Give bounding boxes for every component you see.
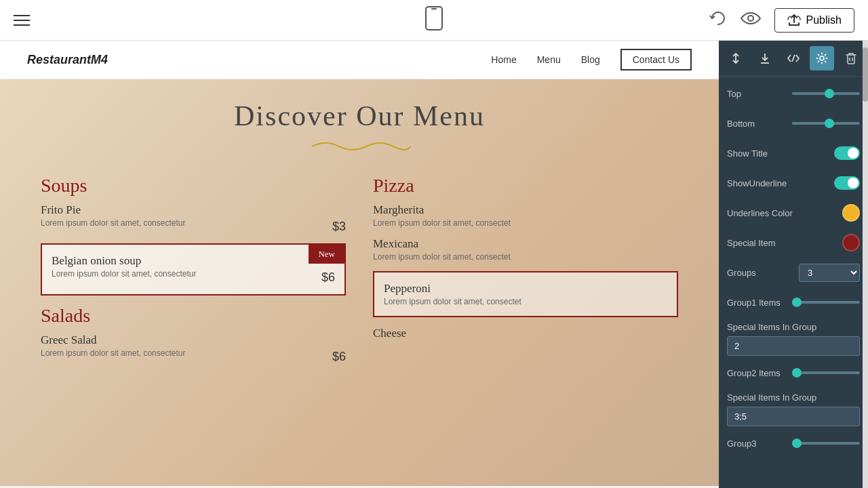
menu-item: Frito Pie Lorem ipsum dolor sit amet, co… — [41, 203, 346, 234]
show-underline-toggle[interactable] — [834, 176, 860, 190]
group2-slider[interactable] — [792, 371, 860, 374]
menu-divider — [41, 136, 678, 161]
code-icon[interactable] — [781, 46, 806, 70]
nav-home[interactable]: Home — [491, 54, 516, 65]
menu-item: Cheese — [373, 327, 678, 340]
move-icon[interactable] — [724, 46, 748, 70]
bottom-slider[interactable] — [792, 122, 860, 125]
special-item-color-dot[interactable] — [842, 234, 860, 251]
panel-row-groups: Groups 3 1 2 4 5 — [727, 262, 860, 283]
item-desc: Lorem ipsum dolor sit amet, consectet — [384, 297, 667, 306]
item-name: Margherita — [373, 203, 678, 217]
group3-label: Group3 — [727, 439, 792, 449]
show-underline-control — [834, 176, 860, 190]
show-title-control — [834, 146, 860, 160]
show-title-toggle[interactable] — [834, 146, 860, 160]
item-desc: Lorem ipsum dolor sit amet, consectet — [373, 218, 678, 228]
special-items-group1-label: Special Items In Group — [727, 322, 860, 332]
item-price: $3 — [332, 220, 346, 234]
nav-blog[interactable]: Blog — [581, 54, 600, 65]
site-logo: RestaurantM4 — [27, 53, 108, 67]
item-name: Belgian onion soup — [52, 254, 335, 268]
special-item-label: Special Item — [727, 238, 842, 248]
panel-row-top: Top — [727, 83, 860, 104]
svg-line-6 — [792, 55, 795, 62]
undo-icon[interactable] — [708, 10, 727, 30]
preview-icon[interactable] — [741, 12, 761, 29]
underlines-color-label: Underlines Color — [727, 208, 842, 218]
svg-rect-0 — [426, 7, 442, 30]
special-items-group1-section: Special Items In Group — [727, 322, 860, 363]
publish-button[interactable]: Publish — [774, 8, 854, 33]
panel-row-show-underline: ShowUnderline — [727, 173, 860, 193]
right-col: Pizza Margherita Lorem ipsum dolor sit a… — [373, 175, 678, 373]
top-slider[interactable] — [792, 92, 860, 95]
site-nav-links: Home Menu Blog Contact Us — [491, 49, 692, 70]
settings-icon[interactable] — [810, 46, 834, 70]
item-price: $6 — [321, 270, 335, 285]
group2-slider-control — [792, 371, 860, 374]
menu-title: Discover Our Menu — [41, 100, 678, 132]
menu-item: Greec Salad Lorem ipsum dolor sit amet, … — [41, 333, 346, 364]
underlines-color-dot[interactable] — [842, 204, 860, 222]
site-nav: RestaurantM4 Home Menu Blog Contact Us — [0, 41, 719, 79]
group3-slider[interactable] — [792, 442, 860, 445]
item-desc: Lorem ipsum dolor sit amet, consectetur — [41, 348, 185, 358]
panel-row-special-item: Special Item — [727, 232, 860, 253]
underlines-color-control — [842, 204, 860, 222]
panel-row-group3: Group3 — [727, 433, 860, 453]
groups-select[interactable]: 3 1 2 4 5 — [799, 264, 860, 282]
groups-control: 3 1 2 4 5 — [799, 264, 860, 282]
group1-label: Group1 Items — [727, 298, 792, 308]
scrollbar-thumb — [863, 47, 868, 102]
svg-point-2 — [748, 16, 753, 21]
top-label: Top — [727, 89, 792, 99]
panel-toolbar — [719, 41, 868, 77]
panel-row-underlines-color: Underlines Color — [727, 203, 860, 223]
item-name: Greec Salad — [41, 333, 346, 347]
item-desc: Lorem ipsum dolor sit amet, consectetur — [52, 269, 196, 279]
special-items-group2-section: Special Items In Group — [727, 392, 860, 433]
panel-body: Top Bottom — [719, 77, 868, 488]
top-bar-center — [425, 6, 443, 35]
publish-label: Publish — [806, 14, 842, 26]
page-scrollbar[interactable] — [863, 41, 868, 488]
menu-item: Margherita Lorem ipsum dolor sit amet, c… — [373, 203, 678, 228]
menu-content: Discover Our Menu Soups Frito Pie Lorem … — [41, 100, 678, 373]
category-pizza: Pizza — [373, 175, 678, 197]
main-area: RestaurantM4 Home Menu Blog Contact Us D… — [0, 41, 868, 488]
panel-row-show-title: Show Title — [727, 143, 860, 163]
mobile-preview-icon[interactable] — [425, 6, 443, 35]
item-desc: Lorem ipsum dolor sit amet, consectet — [373, 252, 678, 262]
nav-menu[interactable]: Menu — [537, 54, 561, 65]
item-name: Mexicana — [373, 237, 678, 251]
menu-item: Mexicana Lorem ipsum dolor sit amet, con… — [373, 237, 678, 262]
group1-slider-control — [792, 301, 860, 304]
item-price: $6 — [332, 350, 346, 364]
right-panel: Top Bottom — [719, 41, 868, 488]
category-salads: Salads — [41, 305, 346, 327]
menu-section: Discover Our Menu Soups Frito Pie Lorem … — [0, 79, 719, 486]
special-item-box: New Belgian onion soup Lorem ipsum dolor… — [41, 243, 346, 296]
panel-row-group2: Group2 Items — [727, 363, 860, 383]
panel-row-group1: Group1 Items — [727, 292, 860, 312]
category-soups: Soups — [41, 175, 346, 197]
panel-row-bottom: Bottom — [727, 113, 860, 134]
special-items-group1-input[interactable] — [727, 336, 860, 356]
item-name: Cheese — [373, 327, 678, 340]
special-items-group2-input[interactable] — [727, 407, 860, 426]
item-name: Frito Pie — [41, 203, 346, 217]
left-col: Soups Frito Pie Lorem ipsum dolor sit am… — [41, 175, 346, 373]
bottom-label: Bottom — [727, 119, 792, 129]
special-item-control — [842, 234, 860, 251]
hamburger-menu[interactable] — [14, 15, 30, 26]
nav-contact[interactable]: Contact Us — [620, 49, 692, 70]
delete-icon[interactable] — [839, 46, 863, 70]
top-bar: Publish — [0, 0, 868, 41]
show-underline-label: ShowUnderline — [727, 178, 834, 188]
top-bar-right: Publish — [708, 8, 854, 33]
groups-label: Groups — [727, 268, 799, 278]
download-icon[interactable] — [753, 46, 777, 70]
website-canvas: RestaurantM4 Home Menu Blog Contact Us D… — [0, 41, 719, 488]
group1-slider[interactable] — [792, 301, 860, 304]
